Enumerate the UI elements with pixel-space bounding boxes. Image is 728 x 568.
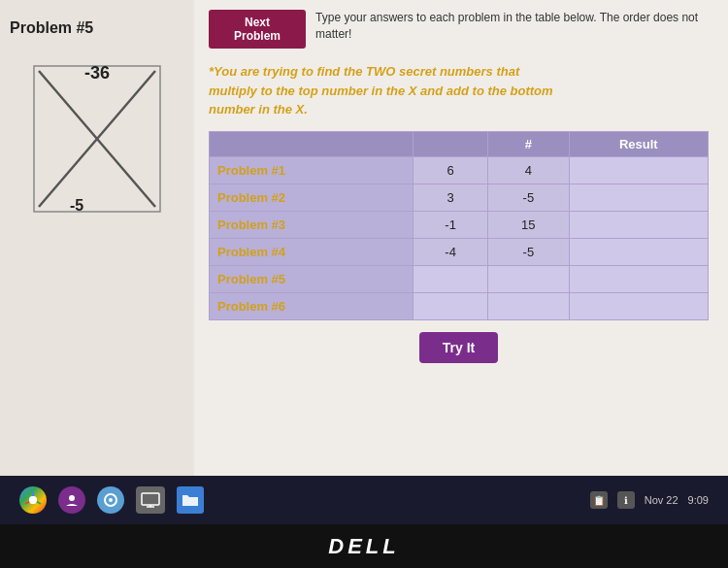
table-row: Problem #23-5: [210, 184, 709, 211]
table-row: Problem #164: [210, 156, 709, 184]
row-result[interactable]: [569, 184, 708, 211]
table-row: Problem #4-4-5: [210, 238, 709, 265]
svg-point-8: [109, 498, 113, 502]
taskbar-date: Nov 22: [645, 494, 678, 506]
row-result[interactable]: [569, 265, 708, 292]
row-val1[interactable]: [414, 265, 488, 292]
svg-point-5: [29, 496, 37, 504]
table-row: Problem #6: [210, 292, 709, 319]
info-icon: ℹ: [617, 491, 635, 509]
row-result[interactable]: [569, 238, 708, 265]
row-val2: 4: [488, 156, 570, 184]
row-result[interactable]: [569, 211, 708, 238]
problem-label: Problem #5: [0, 19, 93, 37]
x-svg: [29, 61, 165, 217]
instruction-text: Type your answers to each problem in the…: [315, 10, 709, 43]
x-top-number: -36: [84, 63, 110, 84]
try-it-container: Try It: [209, 332, 709, 363]
row-result[interactable]: [569, 292, 708, 319]
row-val2: -5: [488, 184, 570, 211]
next-problem-button[interactable]: Next Problem: [209, 10, 306, 49]
row-label: Problem #5: [210, 265, 414, 292]
secret-line3: number in the X.: [209, 100, 709, 119]
x-bottom-number: -5: [70, 197, 83, 215]
row-result[interactable]: [569, 156, 708, 184]
taskbar-icons: [19, 486, 204, 514]
row-val1: -4: [414, 238, 488, 265]
row-val2[interactable]: [488, 292, 570, 319]
col-header-result: Result: [569, 131, 708, 156]
secret-line2: multiply to the top number in the X and …: [209, 82, 709, 101]
folder-icon[interactable]: [177, 486, 204, 514]
row-val2: -5: [488, 238, 570, 265]
header-row: Next Problem Type your answers to each p…: [209, 10, 709, 56]
left-panel: Problem #5 -36 -5: [0, 0, 194, 476]
secret-text: *You are trying to find the TWO secret n…: [209, 62, 709, 119]
row-val1: -1: [414, 211, 488, 238]
taskbar-right: 📋 ℹ Nov 22 9:09: [590, 491, 709, 509]
table-row: Problem #3-115: [210, 211, 709, 238]
svg-point-6: [69, 495, 75, 501]
taskbar: 📋 ℹ Nov 22 9:09: [0, 476, 728, 524]
col-header-empty: [414, 131, 488, 156]
table-row: Problem #5: [210, 265, 709, 292]
chrome-icon[interactable]: [19, 486, 47, 514]
svg-rect-9: [142, 493, 159, 505]
screen-icon[interactable]: [136, 486, 165, 514]
row-label: Problem #2: [210, 184, 414, 211]
secret-line1: *You are trying to find the TWO secret n…: [209, 62, 709, 82]
vpn-icon[interactable]: [97, 486, 124, 514]
row-val1[interactable]: [414, 292, 488, 319]
problem-table: # Result Problem #164Problem #23-5Proble…: [209, 131, 709, 320]
row-label: Problem #6: [210, 292, 414, 319]
screen: Problem #5 -36 -5 Next Problem Type your…: [0, 0, 728, 476]
col-header-hash: #: [488, 131, 570, 156]
row-val2: 15: [488, 211, 570, 238]
x-diagram: -36 -5: [29, 61, 165, 217]
dell-logo: DELL: [328, 534, 399, 559]
col-header-problem: [210, 131, 414, 156]
row-label: Problem #4: [210, 238, 414, 265]
right-panel: Next Problem Type your answers to each p…: [194, 0, 728, 476]
row-label: Problem #3: [210, 211, 414, 238]
purple-icon[interactable]: [58, 486, 85, 514]
clipboard-icon: 📋: [590, 491, 608, 509]
dell-bar: DELL: [0, 524, 728, 568]
row-val2[interactable]: [488, 265, 570, 292]
try-it-button[interactable]: Try It: [419, 332, 498, 363]
taskbar-time: 9:09: [688, 494, 709, 506]
row-val1: 6: [414, 156, 488, 184]
row-val1: 3: [414, 184, 488, 211]
row-label: Problem #1: [210, 156, 414, 184]
